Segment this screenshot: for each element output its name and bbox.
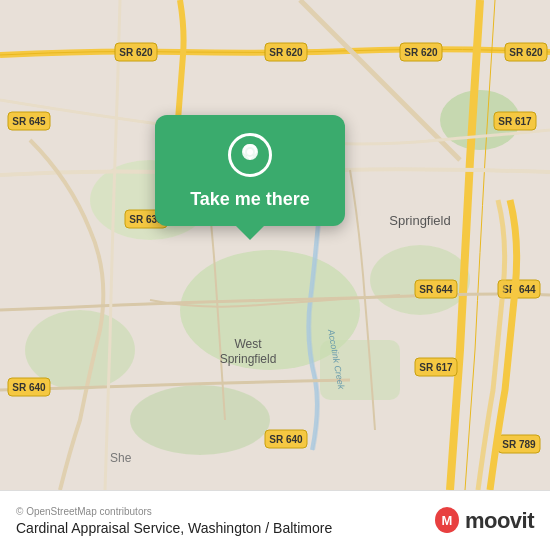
take-me-there-popup[interactable]: Take me there <box>155 115 345 226</box>
svg-text:M: M <box>441 513 452 528</box>
svg-point-41 <box>247 149 253 155</box>
svg-text:SR 644: SR 644 <box>419 284 453 295</box>
svg-text:She: She <box>110 451 132 465</box>
svg-text:Springfield: Springfield <box>220 352 277 366</box>
svg-text:SR 620: SR 620 <box>509 47 543 58</box>
svg-text:SR 640: SR 640 <box>269 434 303 445</box>
moovit-logo: M moovit <box>433 507 534 535</box>
svg-text:SR 620: SR 620 <box>119 47 153 58</box>
map-attribution: © OpenStreetMap contributors <box>16 506 433 517</box>
location-pin-icon <box>228 133 272 177</box>
take-me-there-label: Take me there <box>190 189 310 210</box>
svg-text:SR 620: SR 620 <box>404 47 438 58</box>
map-view: SR 620 SR 620 SR 620 SR 620 SR 645 SR 61… <box>0 0 550 490</box>
place-name: Cardinal Appraisal Service, Washington /… <box>16 520 433 536</box>
svg-text:SR 640: SR 640 <box>12 382 46 393</box>
moovit-text: moovit <box>465 508 534 534</box>
svg-text:SR 617: SR 617 <box>419 362 453 373</box>
moovit-icon: M <box>433 507 461 535</box>
svg-text:West: West <box>234 337 262 351</box>
svg-text:SR 645: SR 645 <box>12 116 46 127</box>
svg-text:SR 617: SR 617 <box>498 116 532 127</box>
svg-point-7 <box>130 385 270 455</box>
place-info: © OpenStreetMap contributors Cardinal Ap… <box>16 506 433 536</box>
bottom-bar: © OpenStreetMap contributors Cardinal Ap… <box>0 490 550 550</box>
svg-text:SR 620: SR 620 <box>269 47 303 58</box>
svg-text:Springfield: Springfield <box>389 213 450 228</box>
svg-text:SR 644: SR 644 <box>502 284 536 295</box>
svg-text:SR 789: SR 789 <box>502 439 536 450</box>
